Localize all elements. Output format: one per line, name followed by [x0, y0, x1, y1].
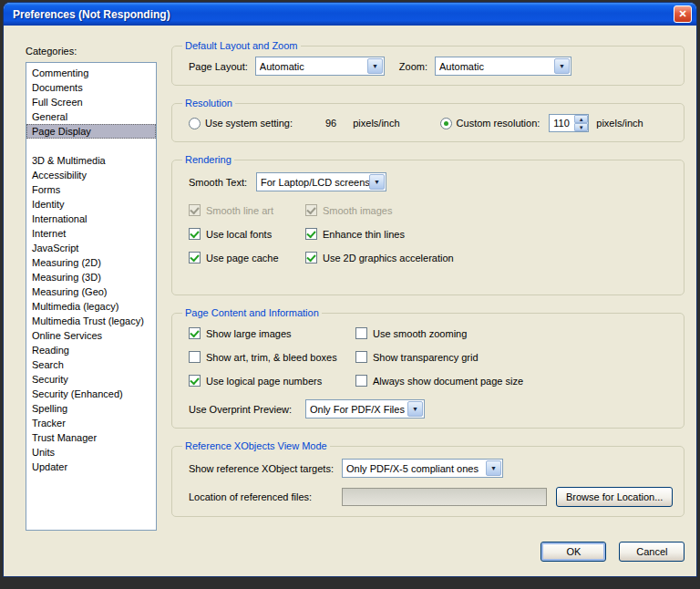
- browse-for-location-button[interactable]: Browse for Location...: [556, 487, 673, 507]
- category-item-label: Tracker: [32, 418, 66, 429]
- checkbox[interactable]: Show transparency grid: [355, 351, 523, 363]
- dropdown-arrow-icon: ▼: [490, 465, 497, 471]
- checkbox[interactable]: Use 2D graphics acceleration: [305, 252, 454, 264]
- category-item[interactable]: Tracker: [26, 416, 156, 430]
- group-title: Resolution: [182, 98, 235, 108]
- category-item[interactable]: Documents: [26, 80, 156, 95]
- custom-resolution-input[interactable]: 110: [550, 115, 574, 131]
- group-rendering: Rendering Smooth Text: For Laptop/LCD sc…: [171, 154, 685, 295]
- page-layout-combobox[interactable]: Automatic ▼: [255, 57, 385, 76]
- close-button[interactable]: ✕: [674, 5, 692, 23]
- settings-panel: Default Layout and Zoom Page Layout: Aut…: [171, 40, 685, 576]
- dialog-content: Categories: Commenting Documents Full Sc…: [4, 26, 696, 576]
- category-item[interactable]: General: [26, 109, 156, 124]
- category-item[interactable]: JavaScript: [26, 241, 156, 255]
- category-item-label: Forms: [32, 184, 60, 195]
- category-item[interactable]: Commenting: [26, 66, 156, 80]
- checkbox-box-icon: [189, 228, 201, 240]
- categories-panel: Categories: Commenting Documents Full Sc…: [26, 38, 157, 576]
- dropdown-button[interactable]: ▼: [486, 460, 501, 476]
- referenced-files-location-label: Location of referenced files:: [189, 491, 342, 502]
- checkbox-box-icon: [189, 252, 201, 264]
- category-item[interactable]: Updater: [26, 460, 156, 474]
- category-item-label: Trust Manager: [32, 432, 97, 443]
- xobject-targets-value: Only PDF/X-5 compliant ones: [346, 463, 502, 474]
- category-item[interactable]: Page Display: [26, 124, 156, 139]
- checkbox[interactable]: Show art, trim, & bleed boxes: [189, 351, 355, 363]
- category-item[interactable]: Online Services: [26, 328, 156, 343]
- dropdown-button[interactable]: ▼: [554, 58, 570, 74]
- checkbox[interactable]: Show large images: [189, 327, 355, 339]
- spin-down-button[interactable]: ▼: [574, 123, 588, 131]
- checkbox[interactable]: Smooth line art: [189, 204, 305, 216]
- category-item-label: JavaScript: [32, 243, 78, 253]
- cancel-button[interactable]: Cancel: [619, 542, 685, 562]
- group-reference-xobjects: Reference XObjects View Mode Show refere…: [171, 440, 685, 517]
- checkbox-box-icon: [305, 204, 317, 216]
- spin-up-button[interactable]: ▲: [574, 115, 588, 123]
- use-system-setting-label: Use system setting:: [205, 118, 293, 129]
- category-item[interactable]: Measuring (3D): [26, 270, 156, 284]
- category-item[interactable]: Security (Enhanced): [26, 387, 156, 401]
- checkbox[interactable]: Always show document page size: [355, 375, 523, 387]
- checkbox-label: Use local fonts: [206, 229, 272, 240]
- spin-up-icon: ▲: [579, 117, 584, 122]
- dropdown-button[interactable]: ▼: [367, 58, 383, 74]
- overprint-preview-combobox[interactable]: Only For PDF/X Files ▼: [305, 399, 425, 418]
- smooth-text-combobox[interactable]: For Laptop/LCD screens ▼: [256, 172, 386, 191]
- group-default-layout-and-zoom: Default Layout and Zoom Page Layout: Aut…: [171, 40, 685, 86]
- category-item[interactable]: Measuring (Geo): [26, 284, 156, 299]
- checkbox[interactable]: Use logical page numbers: [189, 375, 355, 387]
- zoom-value: Automatic: [439, 61, 571, 72]
- window-title: Preferences (Not Responding): [13, 8, 674, 21]
- category-item[interactable]: Spelling: [26, 401, 156, 416]
- category-item[interactable]: Multimedia (legacy): [26, 299, 156, 314]
- checkbox[interactable]: Enhance thin lines: [305, 228, 454, 240]
- title-bar[interactable]: Preferences (Not Responding) ✕: [4, 3, 696, 26]
- category-item[interactable]: Reading: [26, 343, 156, 357]
- categories-label: Categories:: [26, 46, 157, 57]
- group-title: Rendering: [182, 154, 234, 165]
- zoom-combobox[interactable]: Automatic ▼: [435, 57, 571, 76]
- dropdown-arrow-icon: ▼: [374, 179, 380, 185]
- category-item[interactable]: Internet: [26, 226, 156, 241]
- category-item[interactable]: Accessibility: [26, 168, 156, 182]
- category-item[interactable]: Trust Manager: [26, 430, 156, 445]
- dropdown-button[interactable]: ▼: [407, 401, 423, 417]
- custom-resolution-spinner: ▲ ▼: [574, 115, 588, 131]
- checkbox-label: Use page cache: [206, 253, 279, 264]
- dropdown-arrow-icon: ▼: [412, 406, 418, 412]
- xobject-targets-combobox[interactable]: Only PDF/X-5 compliant ones ▼: [342, 459, 503, 478]
- preferences-dialog: Preferences (Not Responding) ✕ Categorie…: [4, 3, 696, 576]
- category-item-label: Measuring (3D): [32, 272, 101, 283]
- category-item-label: Search: [32, 359, 64, 370]
- category-item[interactable]: Measuring (2D): [26, 255, 156, 270]
- checkbox[interactable]: Use page cache: [189, 252, 305, 264]
- category-item-label: Online Services: [32, 330, 102, 341]
- checkbox[interactable]: Smooth images: [305, 204, 454, 216]
- custom-resolution-radio[interactable]: [440, 118, 452, 129]
- category-item[interactable]: Forms: [26, 182, 156, 197]
- spin-down-icon: ▼: [579, 125, 584, 130]
- category-item[interactable]: Security: [26, 372, 156, 387]
- category-item[interactable]: Units: [26, 445, 156, 460]
- dropdown-button[interactable]: ▼: [369, 174, 385, 190]
- category-item-label: Page Display: [32, 126, 91, 137]
- checkbox-label: Always show document page size: [373, 376, 523, 387]
- dialog-footer: OK Cancel: [171, 542, 685, 562]
- checkbox[interactable]: Use smooth zooming: [355, 327, 523, 339]
- close-icon: ✕: [678, 9, 686, 19]
- ok-button[interactable]: OK: [540, 542, 606, 562]
- use-system-setting-radio[interactable]: [189, 118, 201, 129]
- dropdown-arrow-icon: ▼: [372, 63, 378, 69]
- group-resolution: Resolution Use system setting: 96 pixels…: [171, 98, 685, 142]
- category-item[interactable]: Search: [26, 357, 156, 372]
- category-item[interactable]: International: [26, 212, 156, 226]
- category-item[interactable]: Multimedia Trust (legacy): [26, 314, 156, 328]
- category-item[interactable]: Full Screen: [26, 95, 156, 109]
- category-item[interactable]: 3D & Multimedia: [26, 153, 156, 168]
- smooth-text-label: Smooth Text:: [189, 177, 247, 188]
- category-item[interactable]: Identity: [26, 197, 156, 212]
- checkbox[interactable]: Use local fonts: [189, 228, 305, 240]
- checkbox-label: Show transparency grid: [373, 352, 479, 363]
